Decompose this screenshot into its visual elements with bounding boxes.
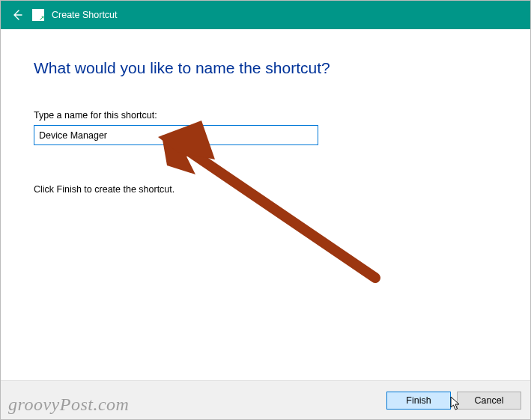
page-heading: What would you like to name the shortcut… <box>34 59 497 77</box>
dialog-content: What would you like to name the shortcut… <box>1 29 530 195</box>
back-button[interactable] <box>7 4 28 25</box>
cancel-button[interactable]: Cancel <box>457 392 521 410</box>
back-arrow-icon <box>11 9 23 21</box>
shortcut-icon <box>32 9 44 21</box>
dialog-footer: Finish Cancel <box>1 380 530 419</box>
finish-button[interactable]: Finish <box>386 392 451 410</box>
hint-text: Click Finish to create the shortcut. <box>34 184 497 195</box>
shortcut-name-input[interactable] <box>34 125 318 145</box>
input-label: Type a name for this shortcut: <box>34 110 497 121</box>
window-title: Create Shortcut <box>52 10 118 20</box>
titlebar: Create Shortcut <box>1 1 530 29</box>
